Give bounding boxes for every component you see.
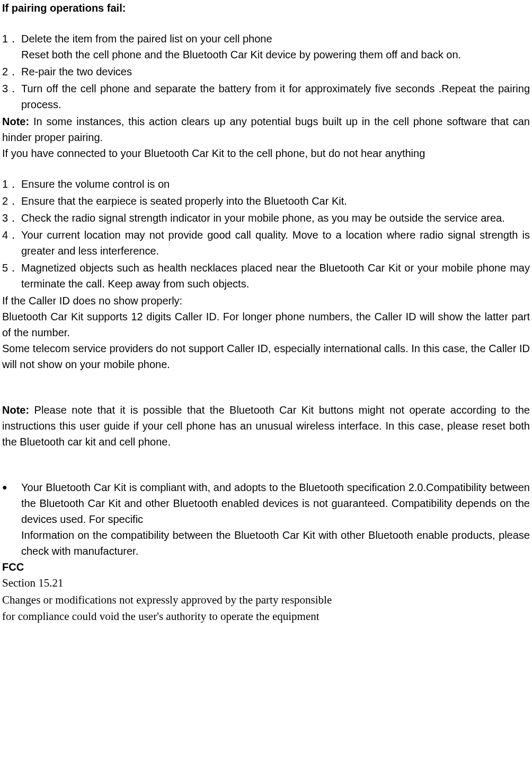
list-item: Ensure the volume control is on: [21, 176, 530, 192]
fcc-title: FCC: [2, 559, 530, 575]
caller-id-title: If the Caller ID does no show properly:: [2, 293, 530, 309]
list-item: Magnetized objects such as health neckla…: [21, 260, 530, 292]
bullet-list-compat: Your Bluetooth Car Kit is compliant with…: [2, 479, 530, 559]
note-1: Note: In some instances, this action cle…: [2, 113, 530, 145]
list-item-text: Ensure that the earpiece is seated prope…: [21, 195, 347, 207]
para-no-audio: If you have connected to your Bluetooth …: [2, 145, 530, 161]
list-item: Ensure that the earpiece is seated prope…: [21, 193, 530, 209]
caller-id-section: If the Caller ID does no show properly: …: [2, 293, 530, 372]
list-item-text: Magnetized objects such as health neckla…: [21, 262, 530, 290]
note-label: Note:: [2, 116, 29, 127]
list-item: Your current location may not provide go…: [21, 227, 530, 259]
heading-pairing-fail: If pairing operations fail:: [2, 0, 530, 16]
caller-id-p1: Bluetooth Car Kit supports 12 digits Cal…: [2, 309, 530, 340]
list-item-text: Ensure the volume control is on: [21, 178, 170, 190]
list-item-sub: Reset both the cell phone and the Blueto…: [21, 47, 530, 63]
note-text: Please note that it is possible that the…: [2, 404, 530, 448]
list-item-text: Information on the compatibility between…: [21, 527, 530, 559]
fcc-section: FCC Section 15.21 Changes or modificatio…: [2, 559, 530, 625]
fcc-line: Changes or modifications not expressly a…: [2, 592, 530, 609]
fcc-section-num: Section 15.21: [2, 575, 530, 592]
note-2: Note: Please note that it is possible th…: [2, 402, 530, 450]
list-no-audio: Ensure the volume control is on Ensure t…: [2, 176, 530, 292]
list-item: Check the radio signal strength indicato…: [21, 210, 530, 226]
list-item: Delete the item from the paired list on …: [21, 31, 530, 63]
list-item-text: Re-pair the two devices: [21, 66, 132, 77]
fcc-line: for compliance could void the user's aut…: [2, 608, 530, 625]
list-item: Your Bluetooth Car Kit is compliant with…: [21, 479, 530, 559]
caller-id-p2: Some telecom service providers do not su…: [2, 340, 530, 372]
list-pairing-fail: Delete the item from the paired list on …: [2, 31, 530, 112]
list-item-text: Your current location may not provide go…: [21, 229, 530, 257]
note-text: In some instances, this action clears up…: [2, 116, 530, 143]
list-item: Turn off the cell phone and separate the…: [21, 81, 530, 112]
list-item: Re-pair the two devices: [21, 64, 530, 80]
list-item-text: Your Bluetooth Car Kit is compliant with…: [21, 479, 530, 527]
list-item-text: Turn off the cell phone and separate the…: [21, 83, 530, 110]
list-item-text: Delete the item from the paired list on …: [21, 33, 272, 45]
list-item-text: Check the radio signal strength indicato…: [21, 212, 505, 224]
note-label: Note:: [2, 404, 29, 416]
